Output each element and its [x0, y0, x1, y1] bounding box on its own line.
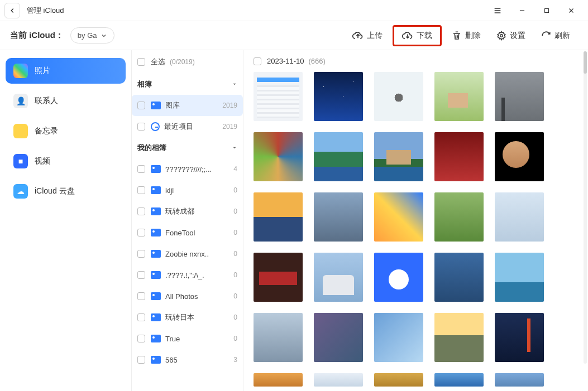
- photo-thumbnail[interactable]: [254, 192, 303, 242]
- window-title: 管理 iCloud: [27, 6, 64, 16]
- photo-thumbnail[interactable]: [314, 253, 363, 302]
- photo-thumbnail[interactable]: [374, 132, 423, 181]
- photo-thumbnail[interactable]: [254, 373, 303, 387]
- album-item[interactable]: 565 3: [132, 349, 243, 370]
- date-label: 2023-11-10: [267, 57, 304, 65]
- album-checkbox[interactable]: [137, 250, 145, 258]
- sidebar-item-label: 照片: [35, 66, 50, 76]
- album-item[interactable]: 最近项目 2019: [132, 116, 243, 137]
- delete-button[interactable]: 删除: [446, 27, 486, 44]
- photo-thumbnail[interactable]: [374, 253, 423, 302]
- photo-thumbnail[interactable]: [434, 192, 484, 242]
- album-checkbox[interactable]: [137, 102, 145, 109]
- sidebar-item-icloud-drive[interactable]: ☁ iCloud 云盘: [6, 178, 126, 204]
- photo-thumbnail[interactable]: [314, 132, 363, 181]
- sidebar-item-photos[interactable]: 照片: [6, 58, 126, 84]
- album-checkbox[interactable]: [137, 271, 145, 279]
- sidebar-item-label: 视频: [35, 156, 50, 166]
- photo-thumbnail[interactable]: [434, 253, 484, 302]
- minimize-button[interactable]: [510, 0, 534, 21]
- sidebar-item-notes[interactable]: 备忘录: [6, 118, 126, 144]
- sidebar-item-contacts[interactable]: 👤 联系人: [6, 88, 126, 114]
- album-item[interactable]: .????.!,":/\_. 0: [132, 264, 243, 286]
- photo-thumbnail[interactable]: [254, 132, 303, 181]
- upload-button[interactable]: 上传: [347, 27, 388, 45]
- sidebar-item-label: 联系人: [35, 96, 58, 106]
- album-item[interactable]: True 0: [132, 328, 243, 349]
- title-bar: 管理 iCloud: [0, 0, 588, 21]
- back-button[interactable]: [4, 3, 20, 18]
- photo-thumbnail[interactable]: [254, 253, 303, 302]
- photo-thumbnail[interactable]: [374, 373, 423, 387]
- photo-thumbnail[interactable]: [495, 313, 544, 362]
- svg-rect-0: [545, 8, 549, 12]
- album-icon: [151, 186, 161, 194]
- photo-thumbnail[interactable]: [434, 72, 484, 121]
- vertical-scrollbar[interactable]: [584, 51, 587, 364]
- album-item[interactable]: 玩转日本 0: [132, 307, 243, 328]
- close-button[interactable]: [559, 0, 584, 21]
- album-item[interactable]: Zoobie nxnx.. 0: [132, 243, 243, 264]
- scrollbar-handle[interactable]: [584, 51, 587, 74]
- photo-thumbnail[interactable]: [314, 192, 363, 242]
- album-section-my[interactable]: 我的相簿: [132, 137, 243, 158]
- photo-thumbnail[interactable]: [314, 313, 363, 362]
- refresh-icon: [541, 31, 551, 41]
- account-selector[interactable]: by Ga: [70, 27, 114, 44]
- photo-grid: [254, 72, 585, 387]
- album-section-system[interactable]: 相簿: [132, 74, 243, 95]
- photo-thumbnail[interactable]: [254, 313, 303, 362]
- album-checkbox[interactable]: [137, 123, 145, 131]
- refresh-button[interactable]: 刷新: [536, 27, 576, 44]
- album-item[interactable]: ???????////;;... 4: [132, 158, 243, 180]
- photo-thumbnail[interactable]: [495, 373, 544, 387]
- photo-thumbnail[interactable]: [314, 72, 363, 121]
- photo-content: 2023-11-10 (666): [243, 50, 588, 391]
- date-header[interactable]: 2023-11-10 (666): [254, 57, 585, 65]
- album-item[interactable]: kljl 0: [132, 180, 243, 201]
- album-item[interactable]: 图库 2019: [132, 95, 243, 116]
- photos-icon: [13, 64, 28, 78]
- album-item[interactable]: FoneTool 0: [132, 222, 243, 243]
- photo-thumbnail[interactable]: [434, 132, 484, 181]
- photo-thumbnail[interactable]: [254, 72, 303, 121]
- album-checkbox[interactable]: [137, 207, 145, 215]
- photo-thumbnail[interactable]: [495, 132, 544, 181]
- select-all-checkbox[interactable]: [137, 58, 145, 66]
- album-checkbox[interactable]: [137, 356, 145, 364]
- photo-thumbnail[interactable]: [314, 373, 363, 387]
- select-all-row[interactable]: 全选 (0/2019): [132, 50, 243, 74]
- album-name: 玩转日本: [165, 312, 230, 322]
- photo-thumbnail[interactable]: [495, 253, 544, 302]
- album-checkbox[interactable]: [137, 229, 145, 236]
- album-count: 4: [233, 165, 237, 173]
- photo-thumbnail[interactable]: [495, 72, 544, 121]
- album-checkbox[interactable]: [137, 292, 145, 300]
- album-icon: [151, 207, 161, 215]
- album-checkbox[interactable]: [137, 186, 145, 194]
- photo-thumbnail[interactable]: [374, 313, 423, 362]
- photo-thumbnail[interactable]: [374, 72, 423, 121]
- photo-thumbnail[interactable]: [434, 313, 484, 362]
- hamburger-button[interactable]: [485, 0, 510, 21]
- date-checkbox[interactable]: [254, 57, 261, 65]
- album-item[interactable]: All Photos 0: [132, 286, 243, 307]
- album-icon: [151, 250, 161, 258]
- download-button[interactable]: 下载: [393, 25, 442, 46]
- settings-button[interactable]: 设置: [491, 27, 531, 44]
- main-area: 照片 👤 联系人 备忘录 ■ 视频 ☁ iCloud 云盘 全选 (0/2019…: [0, 50, 588, 391]
- album-item[interactable]: 玩转成都 0: [132, 201, 243, 222]
- photo-thumbnail[interactable]: [374, 192, 423, 242]
- maximize-button[interactable]: [534, 0, 559, 21]
- sidebar-item-videos[interactable]: ■ 视频: [6, 148, 126, 174]
- album-name: 图库: [165, 100, 219, 110]
- icloud-drive-icon: ☁: [13, 184, 28, 199]
- delete-label: 删除: [465, 31, 481, 41]
- album-count: 0: [233, 207, 237, 215]
- photo-thumbnail[interactable]: [495, 192, 544, 242]
- header: 当前 iCloud： by Ga 上传 下载 删除 设置 刷新: [0, 21, 588, 50]
- album-checkbox[interactable]: [137, 335, 145, 342]
- album-checkbox[interactable]: [137, 313, 145, 321]
- photo-thumbnail[interactable]: [434, 373, 484, 387]
- album-checkbox[interactable]: [137, 165, 145, 173]
